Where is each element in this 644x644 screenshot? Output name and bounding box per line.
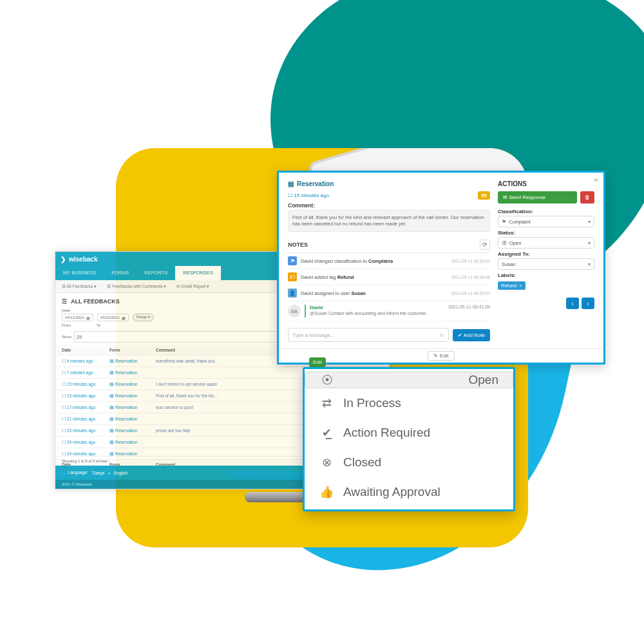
prev-button[interactable]: ‹ [566, 298, 579, 309]
status-select[interactable]: ⦿Open▾ [498, 237, 594, 249]
date-label: Date [62, 308, 154, 312]
target-icon: ⦿ [502, 240, 507, 246]
status-option-closed[interactable]: ⊗Closed [305, 448, 513, 477]
status-label: Open [469, 373, 498, 387]
note-text: David added tag Refund [301, 274, 448, 280]
status-label: Action Required [343, 426, 430, 440]
row-date: ☐ 15 minutes ago [62, 393, 107, 399]
row-date: ☐ 7 minutes ago [62, 370, 107, 375]
note-item: ⚑ David changed classification to Compla… [288, 253, 490, 269]
status-icon: ⦿ [319, 374, 335, 387]
labels-label: Labels: [498, 272, 594, 278]
status-option-open[interactable]: ⦿Open [305, 372, 513, 388]
note-timestamp: 2021-05-11 00:30:01 [451, 259, 490, 263]
edit-tag: Edit [309, 357, 326, 367]
range-button[interactable]: Range ▾ [133, 314, 154, 321]
note-item: 👤 David assigned to user Susan 2021-05-1… [288, 285, 490, 301]
classification-select[interactable]: ⚑Complaint▾ [498, 216, 594, 227]
edit-button[interactable]: ✎ Edit [428, 351, 454, 361]
status-label: In Process [343, 396, 401, 410]
status-option-action-required[interactable]: ✔̲Action Required [305, 418, 513, 448]
note-comment: DA David @Susan Contact with accounting … [288, 301, 490, 321]
actions-title: ACTIONS [498, 180, 594, 187]
comment-text: First of all, thank you for the kind and… [288, 210, 490, 232]
nav-responses[interactable]: RESPONSES [175, 266, 221, 280]
user-icon: 👤 [288, 289, 297, 298]
subnav-email-report[interactable]: ✉ Email Report ▾ [176, 284, 209, 289]
avatar: DA [288, 305, 301, 317]
list-icon: ☰ [62, 298, 67, 305]
refresh-icon[interactable]: ⟳ [480, 240, 490, 250]
note-item: 🏷 David added tag Refund 2021-05-11 00:3… [288, 269, 490, 285]
lang-turkish[interactable]: Türkçe [92, 471, 105, 475]
status-dropdown: ⦿Open⇄In Process✔̲Action Required⊗Closed… [303, 367, 515, 511]
note-text: David assigned to user Susan [301, 290, 448, 296]
trash-icon: 🗑 [585, 194, 590, 200]
actions-panel: ACTIONS ✉ Send Response 🗑 Classification… [498, 180, 594, 342]
feedback-detail-modal: ✕ ▤ Reservation ☐ 15 minutes ago 50 Comm… [277, 171, 605, 365]
row-date: ☐ 17 minutes ago [62, 405, 107, 410]
row-form: ▤ Reservation [109, 440, 153, 445]
send-response-button[interactable]: ✉ Send Response [498, 191, 577, 204]
row-comment: prices are too high [156, 428, 322, 433]
assigned-to-select[interactable]: Susan▾ [498, 258, 594, 270]
row-comment: First of all, thank you for the kin… [156, 393, 322, 398]
subnav-feedbacks-comments[interactable]: ☰ Feedbacks with Comments ▾ [107, 284, 166, 289]
row-date: ☐ 21 minutes ago [62, 417, 107, 422]
note-message: @Susan Contact with accounting and infor… [310, 311, 427, 316]
lang-english[interactable]: English [114, 471, 128, 475]
note-author: David [310, 305, 427, 310]
calendar-icon: ▦ [122, 316, 126, 320]
tag-icon: 🏷 [288, 272, 297, 281]
row-form: ▤ Reservation [109, 382, 153, 387]
brand-logo-text: wiseback [69, 256, 97, 263]
status-option-awaiting-approval[interactable]: 👍Awaiting Approval [305, 477, 513, 507]
globe-icon: 🌐 Language: [62, 470, 88, 475]
row-date: ☐ 4 minutes ago [62, 359, 107, 364]
form-icon: ▤ [288, 180, 294, 187]
flag-icon: ⚑ [288, 256, 297, 265]
label-chip[interactable]: Refund× [498, 281, 526, 290]
modal-title: ▤ Reservation [288, 180, 490, 187]
row-date: ☐ 15 minutes ago [62, 382, 107, 387]
date-from-input[interactable]: 04/11/2021▦ [62, 314, 93, 321]
status-option-in-process[interactable]: ⇄In Process [305, 388, 513, 418]
date-to-input[interactable]: 05/10/2021▦ [97, 314, 129, 321]
add-note-button[interactable]: ✔ Add Note [453, 329, 490, 341]
nav-my-business[interactable]: MY BUSINESS [55, 266, 104, 280]
to-label: To [97, 323, 100, 327]
status-icon: ✔̲ [319, 426, 334, 440]
row-form: ▤ Reservation [109, 370, 153, 375]
flag-icon: ⚑ [502, 219, 506, 225]
status-icon: ⊗ [319, 455, 334, 469]
emoji-icon[interactable]: ☺ [439, 332, 444, 338]
delete-button[interactable]: 🗑 [580, 191, 594, 204]
calendar-icon: ▦ [86, 316, 90, 320]
row-form: ▤ Reservation [109, 417, 153, 422]
score-badge: 50 [478, 191, 490, 200]
row-comment: your service is good [156, 405, 322, 410]
note-input[interactable]: Type a message... ☺ [288, 328, 449, 342]
note-timestamp: 2021-05-11 00:39:57 [451, 291, 490, 296]
chevron-right-icon: ❯ [61, 256, 66, 263]
nav-forms[interactable]: FORMS [104, 266, 137, 280]
note-text: David changed classification to Complain… [301, 258, 448, 264]
comment-label: Comment: [288, 202, 490, 209]
note-timestamp: 2021-05-11 00:39:46 [451, 275, 490, 279]
status-label: Awaiting Approval [343, 485, 440, 499]
close-icon[interactable]: ✕ [593, 176, 598, 184]
note-timestamp: 2021-05-11 00:41:29 [448, 305, 490, 309]
subnav-all-feedbacks[interactable]: ☰ All Feedbacks ▾ [62, 284, 97, 289]
notes-title: NOTES [288, 242, 308, 248]
time-ago[interactable]: ☐ 15 minutes ago [288, 193, 329, 198]
row-date: ☐ 23 minutes ago [62, 428, 107, 433]
row-form: ▤ Reservation [109, 393, 153, 399]
row-date: ☐ 24 minutes ago [62, 440, 107, 445]
row-comment: I don't intend to get service again [156, 382, 322, 386]
nav-reports[interactable]: REPORTS [137, 266, 175, 280]
remove-chip-icon[interactable]: × [519, 283, 522, 289]
status-label: Status: [498, 230, 594, 236]
from-label: From [62, 323, 71, 327]
row-form: ▤ Reservation [109, 359, 153, 364]
next-button[interactable]: › [582, 298, 594, 309]
